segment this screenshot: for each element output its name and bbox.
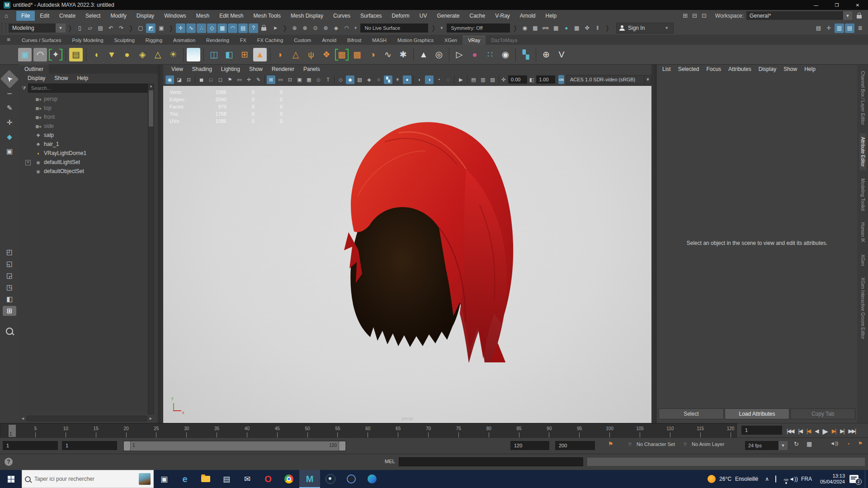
app-icon[interactable]: [341, 470, 362, 488]
rotate-tool[interactable]: ◆: [3, 131, 16, 143]
menu-mesh-tools[interactable]: Mesh Tools: [249, 11, 286, 21]
right-tab-channel-box-layer-editor[interactable]: Channel Box / Layer Editor: [859, 67, 866, 129]
viewport-canvas[interactable]: Verts:108500Edges:204000Faces:97000Tris:…: [163, 86, 651, 423]
safe-title-icon[interactable]: T: [324, 75, 332, 84]
minimize-button[interactable]: —: [806, 0, 826, 10]
menu-set-selector[interactable]: Modeling ▼: [9, 23, 66, 33]
next-key-button[interactable]: ▶|: [830, 427, 837, 435]
open-scene-button[interactable]: ▱: [85, 23, 95, 33]
mel-input[interactable]: [399, 457, 583, 466]
fps-select[interactable]: 24 fps: [745, 441, 778, 450]
playback-start-field[interactable]: 1: [62, 441, 117, 450]
wireframe-on-shaded-icon[interactable]: ◈: [365, 75, 373, 84]
filter-icon[interactable]: ⧩: [22, 85, 26, 91]
play-backwards-button[interactable]: ◀: [813, 427, 820, 435]
outliner-item-side[interactable]: ◼◂side: [19, 122, 158, 131]
highlight-selection-button[interactable]: ➤: [270, 23, 280, 33]
load-attributes-button[interactable]: Load Attributes: [725, 408, 790, 419]
construction-axis-button[interactable]: ⊚: [321, 23, 330, 33]
shelf-tab-animation[interactable]: Animation: [168, 36, 201, 45]
vray-cloth-icon[interactable]: ▦: [335, 48, 349, 61]
pivot-icon[interactable]: ✛: [245, 75, 253, 84]
current-frame-field[interactable]: 1: [741, 426, 782, 435]
shelf-tab-vray[interactable]: VRay: [462, 36, 486, 45]
sign-in-button[interactable]: Sign In ▼: [616, 23, 674, 33]
menu-surfaces[interactable]: Surfaces: [355, 11, 387, 21]
menu-select[interactable]: Select: [80, 11, 105, 21]
vray-sphere-light-icon[interactable]: ●: [120, 48, 134, 61]
vray-sky-icon[interactable]: [187, 48, 200, 61]
outliner-item-persp[interactable]: ◼◂persp: [19, 94, 158, 103]
light-editor-button[interactable]: ✜: [582, 23, 592, 33]
zoom-tool[interactable]: [3, 325, 16, 338]
pencil-icon[interactable]: ✎: [254, 75, 263, 84]
outliner-menu-show[interactable]: Show: [50, 74, 72, 82]
motion-blur-icon[interactable]: ◔: [434, 75, 443, 84]
layout-current[interactable]: ⊞: [3, 306, 16, 316]
character-set-dropdown-icon[interactable]: ▽: [628, 442, 632, 446]
chrome-icon[interactable]: [278, 470, 299, 488]
range-bar[interactable]: 1 120: [123, 441, 346, 451]
select-tool[interactable]: ➤: [0, 70, 19, 88]
shelf-tab-fx[interactable]: FX: [235, 36, 252, 45]
symmetry-dropdown-icon[interactable]: ▼: [438, 26, 446, 30]
microsoft-store-icon[interactable]: ▤: [216, 470, 237, 488]
outliner-title[interactable]: Outliner: [19, 65, 49, 74]
menu-edit[interactable]: Edit: [35, 11, 54, 21]
image-plane-icon[interactable]: ▭: [235, 75, 244, 84]
shelf-tab-arnold[interactable]: Arnold: [316, 36, 342, 45]
viewport-menu-lighting[interactable]: Lighting: [217, 65, 245, 73]
time-slider-track[interactable]: 1 51015202530354045505560657075808590951…: [0, 423, 737, 438]
menu-file[interactable]: File: [16, 11, 35, 21]
snap-point-button[interactable]: ∴: [197, 23, 206, 33]
ae-menu-list[interactable]: List: [659, 65, 675, 73]
step-forward-button[interactable]: ▶|: [838, 427, 845, 435]
colorspace-toggle[interactable]: ON: [558, 75, 564, 84]
bookmark-icon[interactable]: ⚑: [226, 75, 234, 84]
workspace-layout-icon[interactable]: ⊡: [699, 12, 709, 19]
smooth-shade-icon[interactable]: ◆: [346, 75, 354, 84]
weather-label[interactable]: Ensoleillé: [735, 476, 758, 482]
ae-menu-selected[interactable]: Selected: [675, 65, 703, 73]
vray-scatter-icon[interactable]: ❖: [320, 48, 333, 61]
checkered-icon[interactable]: ▚: [384, 75, 392, 84]
cast-icon[interactable]: [772, 476, 779, 482]
live-surface-dropdown-icon[interactable]: ▼: [352, 26, 359, 30]
right-tab-human-ik[interactable]: Human IK: [859, 219, 866, 246]
select-button[interactable]: Select: [659, 408, 724, 419]
layout-single-pane[interactable]: ◰: [3, 247, 16, 257]
viewport-menu-panels[interactable]: Panels: [299, 65, 325, 73]
vray-sphere-objects-icon[interactable]: ◎: [432, 48, 446, 61]
range-middle[interactable]: [131, 441, 339, 450]
display-mode-icon[interactable]: ◪: [175, 75, 184, 84]
copy-tab-button[interactable]: Copy Tab: [790, 408, 855, 419]
shelf-tab-fx-caching[interactable]: FX Caching: [252, 36, 288, 45]
vray-dots-icon[interactable]: ∷: [483, 48, 497, 61]
menu-uv[interactable]: UV: [415, 11, 432, 21]
safe-action-icon[interactable]: ◇: [314, 75, 323, 84]
prev-key-button[interactable]: |◀: [805, 427, 812, 435]
vray-color-sphere-icon[interactable]: ●: [468, 48, 481, 61]
vray-page-arrow-icon[interactable]: ▷: [453, 48, 466, 61]
vray-volume-grid-icon[interactable]: ▲: [253, 48, 267, 61]
vray-geo-light-icon[interactable]: ◈: [136, 48, 149, 61]
shelf-tab-sculpting[interactable]: Sculpting: [109, 36, 140, 45]
field-chart-icon[interactable]: ▦: [305, 75, 313, 84]
playback-end-field[interactable]: 120: [510, 441, 549, 450]
viewport-menu-shading[interactable]: Shading: [188, 65, 217, 73]
vray-rect-light-icon[interactable]: ▼: [105, 48, 118, 61]
vray-light-lister-icon[interactable]: ▤: [69, 48, 83, 61]
vray-checker-icon[interactable]: ▚: [519, 48, 533, 61]
layout-two-pane[interactable]: ◱: [3, 259, 16, 269]
paint-selection-tool[interactable]: ✎: [3, 102, 16, 114]
redo-button[interactable]: ↷: [117, 23, 126, 33]
menu-generate[interactable]: Generate: [432, 11, 464, 21]
lock-selection-icon[interactable]: [261, 27, 266, 31]
expand-icon[interactable]: +: [25, 160, 31, 165]
right-tab-attribute-editor[interactable]: Attribute Editor: [859, 133, 866, 170]
vray-plug-icon[interactable]: ⊕: [539, 48, 553, 61]
snap-grid-button[interactable]: ✛: [176, 23, 185, 33]
hidden-icons-chevron[interactable]: ∧: [762, 476, 772, 482]
taskbar-search[interactable]: Taper ici pour rechercher: [22, 470, 154, 488]
modeling-toolkit-toggle[interactable]: ▤: [814, 23, 823, 33]
